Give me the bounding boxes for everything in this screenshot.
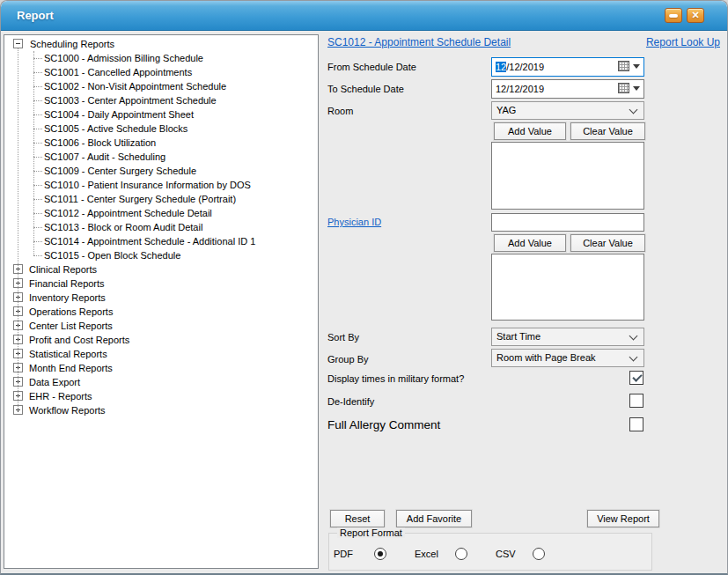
csv-label: CSV — [496, 549, 516, 559]
tree-item-category[interactable]: Statistical Reports — [27, 347, 109, 361]
dropdown-arrow-icon — [633, 64, 640, 69]
tree-item-category[interactable]: EHR - Reports — [27, 389, 94, 403]
tree-connector — [33, 157, 42, 158]
close-button[interactable]: ✕ — [687, 8, 704, 23]
tree-item-label: SC1013 - Block or Room Audit Detail — [42, 220, 204, 234]
tree-item-category[interactable]: Center List Reports — [27, 319, 114, 333]
tree-item-category[interactable]: Workflow Reports — [27, 403, 107, 417]
tree-item-label: SC1010 - Patient Insurance Information b… — [42, 178, 253, 192]
close-icon: ✕ — [691, 11, 699, 20]
chevron-down-icon — [629, 332, 638, 341]
full-allergy-comment-checkbox[interactable] — [629, 417, 643, 431]
tree-connector — [33, 171, 42, 172]
calendar-icon — [618, 61, 629, 71]
report-tree[interactable]: Scheduling ReportsSC1000 - Admission Bil… — [4, 34, 319, 569]
view-report-button[interactable]: View Report — [587, 510, 659, 527]
tree-item[interactable]: SC1005 - Active Schedule Blocks — [42, 122, 189, 136]
report-format-label: Report Format — [337, 527, 405, 538]
group-by-label: Group By — [327, 354, 368, 365]
room-combobox[interactable]: YAG — [491, 101, 644, 120]
tree-item[interactable]: SC1002 - Non-Visit Appointment Schedule — [42, 79, 228, 93]
tree-item[interactable]: SC1010 - Patient Insurance Information b… — [42, 178, 253, 192]
tree-item-label: SC1000 - Admission Billing Schedule — [42, 51, 205, 65]
title-bar[interactable]: Report ✕ — [1, 1, 727, 31]
add-favorite-button[interactable]: Add Favorite — [396, 510, 472, 527]
excel-radio[interactable] — [455, 548, 467, 560]
tree-item[interactable]: SC1014 - Appointment Schedule - Addition… — [42, 234, 257, 248]
tree-item-category[interactable]: Data Export — [27, 375, 82, 389]
sort-by-value: Start Time — [496, 331, 540, 342]
to-date-label: To Schedule Date — [327, 84, 404, 94]
tree-item[interactable]: SC1011 - Center Surgery Schedule (Portra… — [42, 192, 238, 206]
tree-item[interactable]: SC1000 - Admission Billing Schedule — [42, 51, 205, 65]
chevron-down-icon — [629, 106, 638, 114]
room-add-value-button[interactable]: Add Value — [494, 122, 566, 140]
report-lookup-link[interactable]: Report Look Up — [646, 36, 720, 48]
from-date-dropdown[interactable] — [618, 61, 640, 71]
window-title: Report — [17, 9, 54, 22]
deidentify-label: De-Identify — [327, 396, 374, 407]
tree-item-label: Statistical Reports — [27, 347, 109, 361]
tree-item-label: SC1006 - Block Utilization — [42, 136, 158, 150]
tree-item-label: SC1012 - Appointment Schedule Detail — [42, 206, 214, 220]
sort-by-label: Sort By — [327, 332, 359, 343]
physician-add-value-button[interactable]: Add Value — [494, 234, 566, 252]
deidentify-checkbox[interactable] — [629, 394, 643, 408]
csv-radio[interactable] — [533, 548, 545, 560]
tree-item-category[interactable]: Profit and Cost Reports — [27, 333, 131, 347]
tree-item-label: Profit and Cost Reports — [27, 333, 131, 347]
tree-item-category[interactable]: Month End Reports — [27, 361, 114, 375]
tree-connector — [33, 241, 42, 242]
tree-item[interactable]: SC1012 - Appointment Schedule Detail — [42, 206, 214, 220]
tree-connector — [33, 185, 42, 186]
physician-id-link[interactable]: Physician ID — [327, 217, 381, 227]
tree-item[interactable]: SC1009 - Center Surgery Schedule — [42, 164, 198, 178]
tree-item[interactable]: SC1006 - Block Utilization — [42, 136, 158, 150]
collapse-icon[interactable] — [13, 39, 23, 48]
tree-item[interactable]: SC1003 - Center Appointment Schedule — [42, 93, 218, 107]
tree-item-label: SC1003 - Center Appointment Schedule — [42, 93, 218, 107]
sort-by-combobox[interactable]: Start Time — [491, 328, 644, 346]
tree-item-category[interactable]: Financial Reports — [27, 276, 107, 291]
room-value: YAG — [496, 105, 516, 115]
physician-listbox[interactable] — [491, 254, 644, 321]
room-label: Room — [327, 106, 353, 116]
military-format-checkbox[interactable] — [629, 371, 643, 385]
tree-item[interactable]: SC1015 - Open Block Schedule — [42, 248, 182, 262]
tree-item-label: Scheduling Reports — [28, 37, 116, 51]
room-listbox[interactable] — [491, 142, 644, 210]
full-allergy-comment-label: Full Allergy Comment — [327, 418, 440, 431]
excel-label: Excel — [415, 549, 438, 559]
room-clear-value-button[interactable]: Clear Value — [570, 122, 645, 140]
to-date-dropdown[interactable] — [618, 83, 640, 93]
from-date-input[interactable]: 12/12/2019 — [491, 57, 644, 77]
tree-item-category[interactable]: Inventory Reports — [27, 291, 107, 305]
physician-id-input[interactable] — [491, 213, 644, 232]
tree-item-label: Clinical Reports — [27, 262, 99, 276]
tree-item-label: Inventory Reports — [27, 291, 107, 305]
tree-connector — [33, 114, 42, 115]
from-date-label: From Schedule Date — [327, 62, 416, 72]
tree-item[interactable]: SC1013 - Block or Room Audit Detail — [42, 220, 204, 234]
tree-item-scheduling-reports[interactable]: Scheduling Reports — [28, 37, 116, 51]
tree-item[interactable]: SC1007 - Audit - Scheduling — [42, 150, 167, 164]
report-title-link[interactable]: SC1012 - Appointment Schedule Detail — [327, 36, 511, 48]
to-date-input[interactable]: 12/12/2019 — [491, 79, 644, 99]
pdf-radio[interactable] — [374, 548, 386, 560]
group-by-combobox[interactable]: Room with Page Break — [491, 349, 644, 367]
tree-connector — [33, 227, 42, 228]
tree-connector — [33, 255, 42, 256]
tree-item-label: SC1011 - Center Surgery Schedule (Portra… — [42, 192, 238, 206]
tree-item[interactable]: SC1004 - Daily Appointment Sheet — [42, 107, 195, 122]
tree-item-label: Financial Reports — [27, 276, 107, 291]
tree-item-category[interactable]: Clinical Reports — [27, 262, 99, 276]
tree-item[interactable]: SC1001 - Cancelled Appointments — [42, 65, 194, 79]
minimize-button[interactable] — [665, 8, 682, 23]
report-window: Report ✕ Scheduling ReportsSC1000 - Admi… — [0, 0, 728, 575]
reset-button[interactable]: Reset — [330, 510, 385, 527]
group-by-value: Room with Page Break — [496, 352, 596, 363]
physician-clear-value-button[interactable]: Clear Value — [570, 234, 645, 252]
tree-item-category[interactable]: Operations Reports — [27, 305, 114, 319]
chevron-down-icon — [629, 353, 638, 362]
tree-item-label: Workflow Reports — [27, 403, 107, 417]
